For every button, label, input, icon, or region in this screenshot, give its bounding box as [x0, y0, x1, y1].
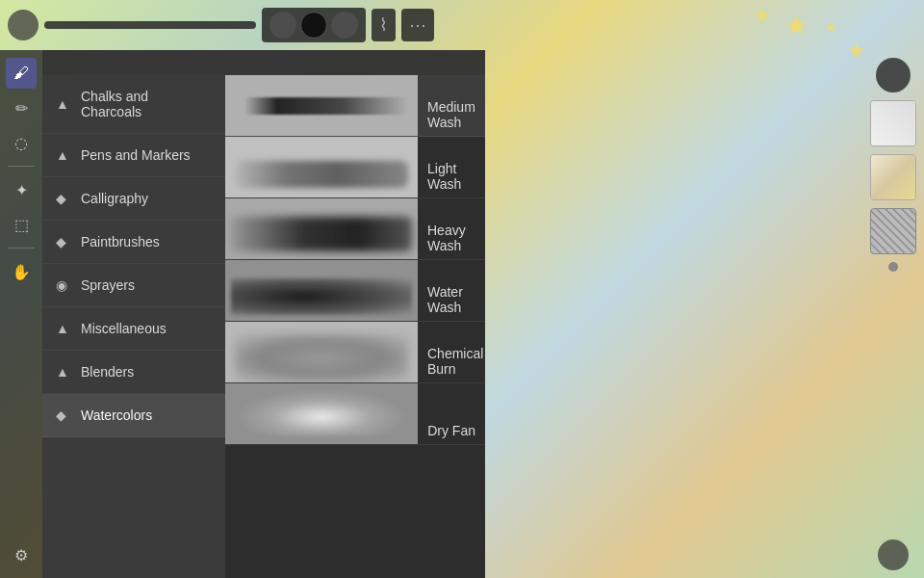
toolbar-divider: [8, 166, 35, 167]
category-item-calligraphy[interactable]: ◆Calligraphy: [42, 177, 225, 221]
brush-item-label: Water Wash: [418, 260, 485, 321]
brush-preview-image: [225, 137, 418, 197]
brush-panel-header: [42, 50, 485, 75]
brush-settings-button[interactable]: [449, 60, 456, 67]
brush-preview-heavy-wash: [225, 198, 418, 259]
brush-preview-light-wash: [225, 137, 418, 197]
category-icon: ◆: [56, 234, 71, 250]
category-list: ▲Chalks and Charcoals▲Pens and Markers◆C…: [42, 75, 225, 578]
brush-item-heavy-wash[interactable]: Heavy Wash: [225, 198, 485, 260]
brush-item-medium-wash[interactable]: Medium Wash: [225, 75, 485, 137]
brush-preview-dry-fan: [225, 383, 418, 444]
right-panel: [862, 50, 924, 578]
brush-item-dry-fan[interactable]: Dry Fan: [225, 383, 485, 445]
brush-size-value: [270, 12, 296, 39]
tool-gesture-button[interactable]: ✋: [6, 256, 37, 287]
canvas-thumbnail-1[interactable]: [870, 100, 916, 146]
brush-preview-image: [225, 198, 418, 259]
more-options-button[interactable]: ⋯: [401, 9, 434, 41]
texture-thumbnail[interactable]: [870, 208, 916, 254]
brush-panel-actions: [449, 60, 472, 67]
canvas-art: [871, 155, 915, 199]
opacity-value: [331, 12, 358, 39]
category-item-sprayers[interactable]: ◉Sprayers: [42, 264, 225, 307]
brush-preview-image: [225, 260, 418, 321]
category-icon: ▲: [56, 321, 71, 336]
brush-item-label: Chemical Burn: [418, 322, 485, 382]
brush-preview-chemical-burn: [225, 322, 418, 382]
tool-pencil-button[interactable]: ✏: [6, 92, 37, 123]
category-item-chalks[interactable]: ▲Chalks and Charcoals: [42, 75, 225, 134]
category-icon: ◆: [56, 407, 71, 423]
brush-item-label: Dry Fan: [418, 383, 485, 444]
brush-item-label: Heavy Wash: [418, 198, 485, 259]
toolbar-divider: [8, 248, 35, 249]
brush-preview-image: [225, 383, 418, 444]
category-label: Pens and Markers: [81, 147, 191, 163]
brush-more-button[interactable]: [464, 60, 472, 67]
tool-transform-button[interactable]: ✦: [6, 174, 37, 205]
category-icon: ▲: [56, 147, 71, 163]
category-label: Watercolors: [81, 407, 152, 423]
brush-item-chemical-burn[interactable]: Chemical Burn: [225, 322, 485, 383]
tool-select-button[interactable]: ⬚: [6, 209, 37, 240]
panel-dot-indicator: [888, 262, 898, 272]
brush-preview-image: [225, 322, 418, 382]
tool-paint-button[interactable]: 🖌: [6, 58, 37, 89]
category-icon: ▲: [56, 96, 71, 112]
brush-item-light-wash[interactable]: Light Wash: [225, 137, 485, 198]
brush-controls: [262, 8, 366, 42]
add-canvas-button[interactable]: [876, 58, 911, 92]
category-label: Miscellaneous: [81, 321, 167, 336]
undo-bottom-button[interactable]: [878, 539, 909, 570]
category-icon: ◆: [56, 191, 71, 206]
category-item-miscellaneous[interactable]: ▲Miscellaneous: [42, 307, 225, 351]
brush-name-pill: [44, 21, 256, 29]
brush-list: Medium Wash Light Wash Heavy Wash Water …: [225, 75, 485, 578]
brush-panel: ▲Chalks and Charcoals▲Pens and Markers◆C…: [42, 50, 485, 578]
canvas-thumbnail-2[interactable]: [870, 154, 916, 200]
brush-item-label: Light Wash: [418, 137, 485, 197]
category-label: Chalks and Charcoals: [81, 89, 212, 119]
category-label: Paintbrushes: [81, 234, 160, 250]
brush-preview-medium-wash: [225, 75, 418, 136]
top-bar: ⌇ ⋯: [0, 0, 924, 50]
brush-item-water-wash[interactable]: Water Wash: [225, 260, 485, 322]
undo-button[interactable]: [8, 10, 38, 40]
smudge-tool-button[interactable]: ⌇: [372, 9, 396, 41]
category-label: Sprayers: [81, 277, 135, 293]
category-label: Blenders: [81, 364, 134, 380]
tool-erase-button[interactable]: ◌: [6, 127, 37, 158]
category-icon: ◉: [56, 277, 71, 293]
brush-dot-preview: [300, 12, 327, 39]
brush-panel-body: ▲Chalks and Charcoals▲Pens and Markers◆C…: [42, 75, 485, 578]
category-item-pens[interactable]: ▲Pens and Markers: [42, 134, 225, 177]
left-toolbar: 🖌 ✏ ◌ ✦ ⬚ ✋ ⚙: [0, 50, 42, 578]
canvas-blank: [871, 101, 915, 145]
category-item-blenders[interactable]: ▲Blenders: [42, 351, 225, 394]
brush-preview-image: [225, 75, 418, 136]
category-item-paintbrushes[interactable]: ◆Paintbrushes: [42, 221, 225, 264]
brush-item-label: Medium Wash: [418, 75, 485, 136]
category-icon: ▲: [56, 364, 71, 380]
category-label: Calligraphy: [81, 191, 148, 206]
brush-preview-water-wash: [225, 260, 418, 321]
top-bar-left: ⌇ ⋯: [0, 8, 434, 42]
category-item-watercolors[interactable]: ◆Watercolors: [42, 394, 225, 437]
tool-settings-button[interactable]: ⚙: [6, 539, 37, 570]
